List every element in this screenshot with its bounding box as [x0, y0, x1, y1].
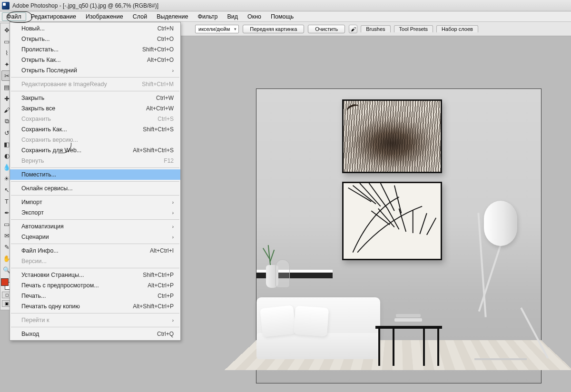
highland-cow-art	[344, 101, 441, 172]
menu-item-save-version: Сохранить версию...	[10, 135, 180, 145]
menu-item-save-for-web[interactable]: Сохранить для Web...Alt+Shift+Ctrl+S	[10, 145, 180, 156]
floor-lamp	[455, 179, 522, 360]
menu-item-edit-imageready: Редактирование в ImageReadyShift+Ctrl+M	[10, 79, 180, 89]
shelf-vase	[262, 245, 282, 288]
menu-item-online-services[interactable]: Онлайн сервисы...	[10, 183, 180, 194]
menu-item-open[interactable]: Открыть...Ctrl+O	[10, 34, 180, 44]
menu-item-exit[interactable]: ВыходCtrl+Q	[10, 329, 180, 339]
title-bar: Adobe Photoshop - [-.jpg_q50 (1).jpg @ 6…	[0, 0, 571, 11]
palette-tab-brushes[interactable]: Brushes	[361, 25, 390, 32]
menu-image[interactable]: Изображение	[81, 12, 128, 21]
menu-item-jump-to: Перейти к›	[10, 315, 180, 325]
menu-window[interactable]: Окно	[243, 12, 266, 21]
window-title: Adobe Photoshop - [-.jpg_q50 (1).jpg @ 6…	[12, 2, 158, 9]
menu-item-save-as[interactable]: Сохранить Как...Shift+Ctrl+S	[10, 124, 180, 135]
menu-bar: Файл Редактирование Изображение Слой Выд…	[0, 11, 571, 22]
brush-preset-icon[interactable]: 🖌	[349, 25, 357, 33]
menu-item-versions: Версии...	[10, 256, 180, 266]
clear-button[interactable]: Очистить	[308, 25, 345, 33]
wall-frame-top	[342, 99, 442, 173]
menu-item-open-as[interactable]: Открыть Как...Alt+Ctrl+O	[10, 55, 180, 65]
stacked-books	[394, 310, 422, 326]
menu-select[interactable]: Выделение	[152, 12, 193, 21]
menu-item-revert: ВернутьF12	[10, 156, 180, 166]
menu-item-print[interactable]: Печать...Ctrl+P	[10, 291, 180, 301]
file-menu-dropdown: Новый...Ctrl+N Открыть...Ctrl+O Пролиста…	[10, 22, 181, 341]
menu-item-import[interactable]: Импорт›	[10, 197, 180, 207]
menu-filter[interactable]: Фильтр	[193, 12, 222, 21]
menu-item-new[interactable]: Новый...Ctrl+N	[10, 23, 180, 34]
menu-view[interactable]: Вид	[222, 12, 243, 21]
menu-item-page-setup[interactable]: Установки Страницы...Shift+Ctrl+P	[10, 270, 180, 280]
menu-item-print-one-copy[interactable]: Печатать одну копиюAlt+Shift+Ctrl+P	[10, 301, 180, 312]
palette-tab-tool-presets[interactable]: Tool Presets	[394, 25, 433, 32]
menu-layer[interactable]: Слой	[128, 12, 152, 21]
resolution-unit-combo[interactable]: иксели/дюйм	[195, 25, 239, 33]
menu-item-place[interactable]: Поместить...	[10, 169, 180, 180]
menu-edit[interactable]: Редактирование	[26, 12, 81, 21]
menu-help[interactable]: Помощь	[266, 12, 298, 21]
sofa	[256, 288, 380, 369]
menu-item-close-all[interactable]: Закрыть всеAlt+Ctrl+W	[10, 103, 180, 114]
document-canvas[interactable]	[256, 88, 541, 383]
wall-frame-bottom	[342, 182, 442, 260]
foreground-color-swatch[interactable]	[1, 278, 9, 286]
menu-item-browse[interactable]: Пролистать...Shift+Ctrl+O	[10, 44, 180, 55]
menu-file[interactable]: Файл	[2, 12, 26, 21]
menu-item-save: СохранитьCtrl+S	[10, 114, 180, 124]
menu-item-file-info[interactable]: Файл Инфо...Alt+Ctrl+I	[10, 245, 180, 256]
menu-item-close[interactable]: ЗакрытьCtrl+W	[10, 93, 180, 103]
palm-leaves-art	[344, 183, 441, 259]
front-image-button[interactable]: Передняя картинка	[243, 25, 304, 33]
palette-tab-layers[interactable]: Набор слоев	[436, 25, 478, 32]
app-icon	[2, 2, 10, 10]
menu-item-export[interactable]: Экспорт›	[10, 207, 180, 218]
menu-item-print-preview[interactable]: Печать с предпросмотром...Alt+Ctrl+P	[10, 280, 180, 291]
side-table	[375, 297, 442, 364]
menu-item-scripts[interactable]: Сценарии›	[10, 232, 180, 242]
menu-item-automate[interactable]: Автоматизиция›	[10, 221, 180, 232]
menu-item-open-recent[interactable]: Открыть Последний›	[10, 65, 180, 76]
